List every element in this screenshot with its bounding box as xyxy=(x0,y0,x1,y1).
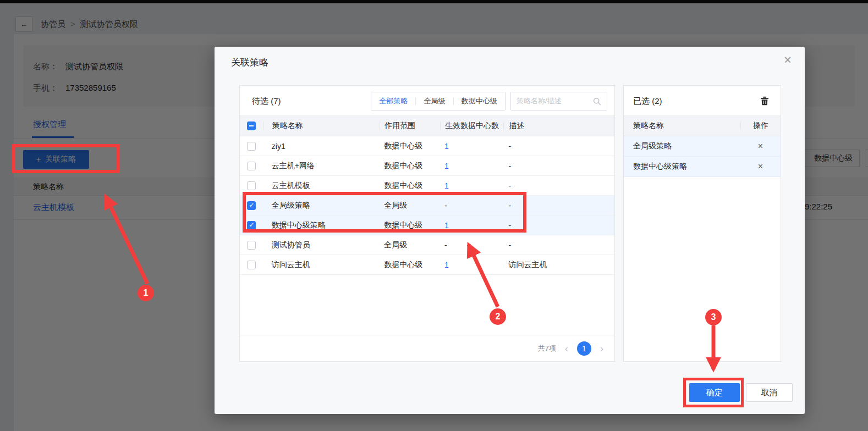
candidate-rows: ziy1 数据中心级 1 - 云主机+网络 数据中心级 1 - 云主机模板 数据… xyxy=(240,136,614,275)
row-checkbox[interactable] xyxy=(247,162,256,170)
policy-row[interactable]: 访问云主机 数据中心级 1 访问云主机 xyxy=(240,255,614,275)
policy-desc: - xyxy=(503,176,614,195)
trash-icon[interactable] xyxy=(760,96,769,106)
policy-row[interactable]: 云主机+网络 数据中心级 1 - xyxy=(240,156,614,176)
selected-policy-row: 数据中心级策略 × xyxy=(624,157,781,177)
policy-name: 云主机+网络 xyxy=(263,156,380,175)
policy-name: 云主机模板 xyxy=(263,176,380,195)
screen: ← 协管员 > 测试协管员权限 名称： 测试协管员权限 手机： 17352859… xyxy=(0,0,868,431)
search-placeholder: 策略名称/描述 xyxy=(517,96,593,106)
policy-scope: 数据中心级 xyxy=(380,156,440,175)
policy-dc-count[interactable]: 1 xyxy=(440,255,503,274)
row-checkbox[interactable] xyxy=(247,261,256,269)
candidate-panel-title: 待选 (7) xyxy=(252,96,281,107)
policy-dc-count: - xyxy=(440,196,503,215)
policy-desc: - xyxy=(503,235,614,255)
col-policy-name: 策略名称 xyxy=(263,121,380,130)
pagination: 共7项 ‹ 1 › xyxy=(240,335,614,361)
row-checkbox-checked[interactable] xyxy=(247,201,256,210)
row-checkbox[interactable] xyxy=(247,142,256,151)
filter-separator xyxy=(415,97,416,105)
pagination-total: 共7项 xyxy=(538,344,556,353)
filter-tab-global[interactable]: 全局级 xyxy=(422,96,446,106)
col-operation: 操作 xyxy=(740,121,781,130)
prev-page-icon[interactable]: ‹ xyxy=(565,344,568,353)
remove-icon[interactable]: × xyxy=(758,141,763,151)
policy-dc-count: - xyxy=(440,235,503,255)
close-icon[interactable]: × xyxy=(784,53,792,67)
associate-policy-modal: 关联策略 × 待选 (7) 全部策略 全局级 数据中心级 策略名称/描述 xyxy=(215,47,805,414)
policy-scope: 全局级 xyxy=(380,235,440,255)
row-checkbox[interactable] xyxy=(247,241,256,250)
policy-filter-tabs: 全部策略 全局级 数据中心级 xyxy=(371,92,506,110)
search-input[interactable]: 策略名称/描述 xyxy=(510,92,607,110)
policy-scope: 数据中心级 xyxy=(380,176,440,195)
col-dc-count: 生效数据中心数 xyxy=(440,121,503,130)
header-checkbox-cell xyxy=(240,121,263,130)
policy-scope: 数据中心级 xyxy=(380,216,440,235)
selected-table-header: 策略名称 操作 xyxy=(624,116,781,136)
policy-desc: - xyxy=(503,196,614,215)
policy-desc: - xyxy=(503,136,614,156)
policy-scope: 数据中心级 xyxy=(380,255,440,274)
search-icon xyxy=(593,97,601,106)
row-checkbox[interactable] xyxy=(247,181,256,190)
row-checkbox-checked[interactable] xyxy=(247,221,256,230)
select-all-checkbox[interactable] xyxy=(247,121,256,130)
policy-dc-count[interactable]: 1 xyxy=(440,216,503,235)
col-scope: 作用范围 xyxy=(380,121,440,130)
col-policy-name: 策略名称 xyxy=(624,121,740,130)
policy-name: ziy1 xyxy=(263,136,380,156)
cancel-button[interactable]: 取消 xyxy=(746,383,793,402)
policy-row-selected[interactable]: 数据中心级策略 数据中心级 1 - xyxy=(240,216,614,235)
policy-row[interactable]: 测试协管员 全局级 - - xyxy=(240,235,614,255)
confirm-button[interactable]: 确定 xyxy=(689,383,740,402)
candidate-table-header: 策略名称 作用范围 生效数据中心数 描述 xyxy=(240,116,614,136)
policy-name: 访问云主机 xyxy=(263,255,380,274)
filter-tab-datacenter[interactable]: 数据中心级 xyxy=(460,96,498,106)
policy-desc: 访问云主机 xyxy=(503,255,614,274)
policy-row[interactable]: 云主机模板 数据中心级 1 - xyxy=(240,176,614,196)
filter-separator xyxy=(453,97,454,105)
policy-desc: - xyxy=(503,216,614,235)
selected-policy-name: 全局级策略 xyxy=(624,136,740,156)
policy-row[interactable]: ziy1 数据中心级 1 - xyxy=(240,136,614,156)
candidate-panel: 待选 (7) 全部策略 全局级 数据中心级 策略名称/描述 策略名称 xyxy=(239,85,615,362)
policy-desc: - xyxy=(503,156,614,175)
policy-name: 全局级策略 xyxy=(263,196,380,215)
selected-policy-name: 数据中心级策略 xyxy=(624,157,740,176)
policy-row-selected[interactable]: 全局级策略 全局级 - - xyxy=(240,196,614,216)
policy-dc-count[interactable]: 1 xyxy=(440,156,503,175)
policy-scope: 数据中心级 xyxy=(380,136,440,156)
selected-rows: 全局级策略 × 数据中心级策略 × xyxy=(624,136,781,177)
selected-policy-row: 全局级策略 × xyxy=(624,136,781,157)
modal-title: 关联策略 xyxy=(231,56,268,69)
policy-dc-count[interactable]: 1 xyxy=(440,176,503,195)
selected-panel: 已选 (2) 策略名称 操作 全局级策略 × 数据中心级策略 × xyxy=(623,85,781,362)
page-number-button[interactable]: 1 xyxy=(577,341,591,356)
policy-dc-count[interactable]: 1 xyxy=(440,136,503,156)
col-desc: 描述 xyxy=(503,121,614,130)
next-page-icon[interactable]: › xyxy=(600,344,603,353)
policy-name: 数据中心级策略 xyxy=(263,216,380,235)
selected-panel-title: 已选 (2) xyxy=(633,96,662,107)
policy-scope: 全局级 xyxy=(380,196,440,215)
filter-tab-all[interactable]: 全部策略 xyxy=(378,96,409,106)
remove-icon[interactable]: × xyxy=(758,162,763,172)
policy-name: 测试协管员 xyxy=(263,235,380,255)
